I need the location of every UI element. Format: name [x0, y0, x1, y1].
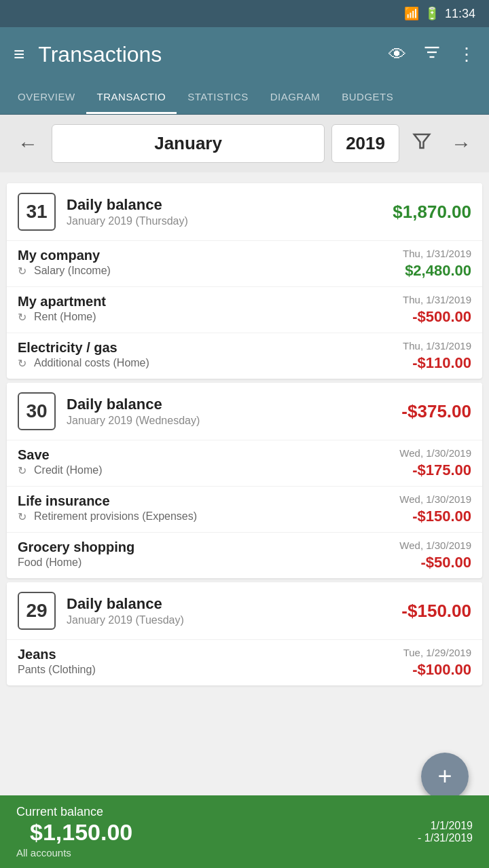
all-accounts-label: All accounts	[16, 847, 132, 858]
filter-lines-icon[interactable]	[422, 43, 441, 67]
balance-amount-30: -$375.00	[401, 401, 471, 422]
transaction-my-company[interactable]: My company ↻ Salary (Income) Thu, 1/31/2…	[7, 240, 482, 286]
day-group-30: 30 Daily balance January 2019 (Wednesday…	[7, 383, 482, 578]
tabs-bar: OVERVIEW TRANSACTIO STATISTICS DIAGRAM B…	[0, 81, 489, 115]
transaction-category-save: ↻ Credit (Home)	[18, 464, 399, 476]
recur-icon-save: ↻	[18, 464, 30, 476]
transaction-name-life-insurance: Life insurance	[18, 493, 399, 509]
balance-date-range: 1/1/2019- 1/31/2019	[418, 820, 473, 844]
transaction-right-save: Wed, 1/30/2019 -$175.00	[399, 447, 471, 479]
recur-icon-electricity: ↻	[18, 357, 30, 369]
transaction-amount-electricity-gas: -$110.00	[403, 354, 471, 372]
transaction-category-electricity-gas: ↻ Additional costs (Home)	[18, 357, 403, 369]
bottom-bar: Current balance $1,150.00 All accounts 1…	[0, 795, 489, 868]
day-group-29: 29 Daily balance January 2019 (Tuesday) …	[7, 582, 482, 685]
daily-balance-29: 29 Daily balance January 2019 (Tuesday) …	[7, 582, 482, 639]
transaction-category-life-insurance: ↻ Retirement provisions (Expenses)	[18, 510, 399, 523]
page-title: Transactions	[38, 42, 388, 67]
more-icon[interactable]: ⋮	[458, 44, 475, 65]
battery-icon: 🔋	[424, 6, 439, 21]
transaction-right-life-insurance: Wed, 1/30/2019 -$150.00	[399, 493, 471, 525]
transaction-amount-jeans: -$100.00	[403, 661, 471, 679]
balance-info-30: Daily balance January 2019 (Wednesday)	[67, 396, 401, 427]
transaction-category-jeans: Pants (Clothing)	[18, 664, 403, 676]
balance-info-31: Daily balance January 2019 (Thursday)	[67, 196, 393, 227]
transaction-name-my-apartment: My apartment	[18, 294, 403, 309]
signal-icon: 📶	[404, 6, 419, 21]
time-display: 11:34	[445, 7, 475, 21]
recur-icon-life-insurance: ↻	[18, 510, 30, 523]
status-icons: 📶 🔋 11:34	[404, 6, 475, 21]
current-balance-label: Current balance	[16, 805, 132, 819]
day-number-30: 30	[18, 392, 56, 430]
balance-info-29: Daily balance January 2019 (Tuesday)	[67, 595, 401, 626]
transaction-date-my-apartment: Thu, 1/31/2019	[403, 294, 471, 305]
transactions-content: 31 Daily balance January 2019 (Thursday)…	[0, 172, 489, 760]
transaction-name-my-company: My company	[18, 248, 403, 263]
daily-balance-31: 31 Daily balance January 2019 (Thursday)…	[7, 183, 482, 240]
day-group-31: 31 Daily balance January 2019 (Thursday)…	[7, 183, 482, 379]
tab-budgets[interactable]: BUDGETS	[331, 81, 404, 114]
month-navigator: ← January 2019 →	[0, 115, 489, 172]
balance-title-29: Daily balance	[67, 595, 401, 613]
date-filter-icon[interactable]	[406, 128, 437, 159]
balance-subtitle-30: January 2019 (Wednesday)	[67, 415, 401, 427]
eye-icon[interactable]: 👁	[388, 44, 406, 65]
add-transaction-button[interactable]: +	[421, 753, 469, 800]
transaction-category-my-company: ↻ Salary (Income)	[18, 265, 403, 277]
transaction-date-my-company: Thu, 1/31/2019	[403, 248, 471, 259]
transaction-name-grocery-shopping: Grocery shopping	[18, 540, 399, 555]
tab-statistics[interactable]: STATISTICS	[177, 81, 259, 114]
status-bar: 📶 🔋 11:34	[0, 0, 489, 27]
transaction-date-life-insurance: Wed, 1/30/2019	[399, 493, 471, 505]
tab-overview[interactable]: OVERVIEW	[7, 81, 86, 114]
current-balance-amount: $1,150.00	[30, 819, 132, 846]
transaction-info-life-insurance: Life insurance ↻ Retirement provisions (…	[18, 493, 399, 523]
tab-transactions[interactable]: TRANSACTIO	[86, 81, 177, 114]
daily-balance-30: 30 Daily balance January 2019 (Wednesday…	[7, 383, 482, 440]
transaction-name-electricity-gas: Electricity / gas	[18, 340, 403, 356]
year-selector[interactable]: 2019	[331, 124, 399, 163]
transaction-my-apartment[interactable]: My apartment ↻ Rent (Home) Thu, 1/31/201…	[7, 286, 482, 333]
transaction-info-save: Save ↻ Credit (Home)	[18, 447, 399, 476]
day-number-31: 31	[18, 193, 56, 231]
svg-marker-3	[414, 134, 430, 148]
transaction-amount-life-insurance: -$150.00	[399, 508, 471, 525]
transaction-date-grocery-shopping: Wed, 1/30/2019	[399, 540, 471, 551]
transaction-right-jeans: Tue, 1/29/2019 -$100.00	[403, 647, 471, 679]
transaction-amount-my-apartment: -$500.00	[403, 308, 471, 326]
tab-diagram[interactable]: DIAGRAM	[259, 81, 331, 114]
recur-icon-apartment: ↻	[18, 311, 30, 323]
transaction-category-my-apartment: ↻ Rent (Home)	[18, 311, 403, 323]
transaction-grocery-shopping[interactable]: Grocery shopping Food (Home) Wed, 1/30/2…	[7, 532, 482, 578]
prev-month-button[interactable]: ←	[11, 130, 45, 158]
transaction-life-insurance[interactable]: Life insurance ↻ Retirement provisions (…	[7, 486, 482, 532]
balance-subtitle-29: January 2019 (Tuesday)	[67, 614, 401, 626]
transaction-date-electricity-gas: Thu, 1/31/2019	[403, 340, 471, 352]
transaction-right-electricity-gas: Thu, 1/31/2019 -$110.00	[403, 340, 471, 372]
transaction-amount-my-company: $2,480.00	[403, 262, 471, 280]
transaction-right-my-apartment: Thu, 1/31/2019 -$500.00	[403, 294, 471, 326]
day-number-29: 29	[18, 592, 56, 630]
transaction-category-grocery-shopping: Food (Home)	[18, 556, 399, 569]
menu-icon[interactable]: ≡	[14, 43, 24, 65]
transaction-jeans[interactable]: Jeans Pants (Clothing) Tue, 1/29/2019 -$…	[7, 639, 482, 685]
balance-title-30: Daily balance	[67, 396, 401, 413]
bottom-bar-left: Current balance $1,150.00 All accounts	[16, 805, 132, 858]
transaction-date-save: Wed, 1/30/2019	[399, 447, 471, 459]
month-selector[interactable]: January	[52, 124, 325, 163]
transaction-name-jeans: Jeans	[18, 647, 403, 662]
transaction-info-jeans: Jeans Pants (Clothing)	[18, 647, 403, 676]
balance-amount-31: $1,870.00	[393, 202, 471, 223]
toolbar-actions: 👁 ⋮	[388, 43, 475, 67]
transaction-right-grocery-shopping: Wed, 1/30/2019 -$50.00	[399, 540, 471, 571]
transaction-info-grocery-shopping: Grocery shopping Food (Home)	[18, 540, 399, 569]
transaction-amount-save: -$175.00	[399, 461, 471, 479]
transaction-right-my-company: Thu, 1/31/2019 $2,480.00	[403, 248, 471, 280]
recur-icon: ↻	[18, 265, 30, 277]
transaction-electricity-gas[interactable]: Electricity / gas ↻ Additional costs (Ho…	[7, 333, 482, 379]
transaction-save[interactable]: Save ↻ Credit (Home) Wed, 1/30/2019 -$17…	[7, 440, 482, 486]
balance-title-31: Daily balance	[67, 196, 393, 214]
transaction-amount-grocery-shopping: -$50.00	[399, 554, 471, 571]
next-month-button[interactable]: →	[444, 130, 478, 158]
